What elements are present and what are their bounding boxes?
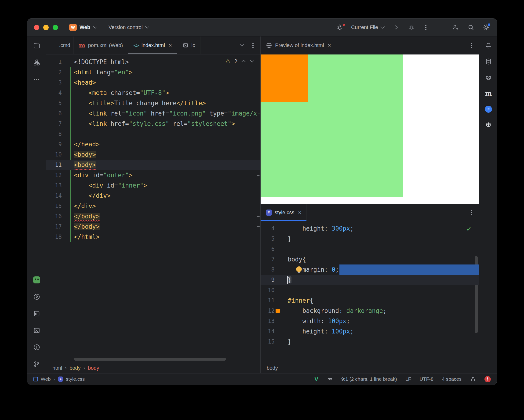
tab-cmd[interactable]: .cmd <box>46 36 74 54</box>
project-name[interactable]: Web <box>79 24 90 30</box>
status-project[interactable]: Web <box>41 376 51 382</box>
close-tab-icon[interactable]: × <box>328 42 331 49</box>
line-separator[interactable]: LF <box>405 376 411 382</box>
caret-position[interactable]: 9:1 (2 chars, 1 line break) <box>341 376 397 382</box>
code-line[interactable]: 7body{ <box>261 254 479 265</box>
zoom-window-button[interactable] <box>53 25 58 30</box>
line-number[interactable]: 4 <box>261 223 282 234</box>
code-line[interactable]: 10<body> <box>46 149 260 160</box>
line-number[interactable]: 9 <box>261 275 282 285</box>
vcs-widget[interactable]: Version control <box>109 24 149 30</box>
horizontal-scrollbar[interactable] <box>74 358 226 360</box>
add-user-icon[interactable] <box>452 23 459 31</box>
code-line[interactable]: 12<div id="outer"> <box>46 170 260 180</box>
color-swatch[interactable] <box>276 309 280 313</box>
code-line[interactable]: 8 <box>46 129 260 139</box>
code-line[interactable]: 11<body> <box>46 160 260 170</box>
line-number[interactable]: 6 <box>261 244 282 254</box>
line-number[interactable]: 14 <box>261 326 282 336</box>
breadcrumb-item[interactable]: html <box>52 365 62 371</box>
run-services-icon[interactable] <box>33 293 41 301</box>
code-line[interactable]: 9} <box>261 275 479 285</box>
line-number[interactable]: 14 <box>46 191 70 201</box>
code-line[interactable]: 4 height: 300px; <box>261 223 479 234</box>
close-window-button[interactable] <box>34 25 39 30</box>
prev-problem-icon[interactable] <box>242 60 246 64</box>
html-code-editor[interactable]: ⚠ 2 1<!DOCTYPE html>2<html lang="en">3<h… <box>46 54 260 363</box>
tab-image[interactable]: ic <box>177 36 201 54</box>
more-icon[interactable] <box>469 41 474 49</box>
code-line[interactable]: 12 background: darkorange; <box>261 306 479 316</box>
run-configuration-selector[interactable]: Current File <box>351 24 384 30</box>
maven-m-icon[interactable]: m <box>484 89 492 97</box>
breadcrumb-item[interactable]: body <box>88 365 99 371</box>
more-icon[interactable] <box>423 23 428 31</box>
line-number[interactable]: 8 <box>46 129 70 139</box>
code-line[interactable]: 17</body> <box>46 222 260 232</box>
code-line[interactable]: 18</html> <box>46 232 260 242</box>
line-number[interactable]: 11 <box>46 160 70 170</box>
debug-icon[interactable] <box>408 23 415 31</box>
line-number[interactable]: 15 <box>46 201 70 211</box>
line-number[interactable]: 15 <box>261 336 282 347</box>
more-icon[interactable]: ⋯ <box>33 75 41 83</box>
line-number[interactable]: 12 <box>46 170 70 180</box>
code-line[interactable]: 15</div> <box>46 201 260 211</box>
code-line[interactable]: 14 height: 100px; <box>261 326 479 336</box>
code-line[interactable]: 3<head> <box>46 77 260 88</box>
assistant-mascot-icon[interactable] <box>33 276 41 284</box>
tab-pom-xml[interactable]: m pom.xml (Web) <box>74 36 128 54</box>
line-number[interactable]: 8 <box>261 265 282 275</box>
code-line[interactable]: 7 <link href="style.css" rel="stylesheet… <box>46 119 260 129</box>
more-icon[interactable] <box>250 41 256 49</box>
error-notification-icon[interactable]: ! <box>484 376 491 382</box>
code-line[interactable]: 16</body> <box>46 211 260 222</box>
line-number[interactable]: 5 <box>261 234 282 244</box>
copilot-status-icon[interactable] <box>327 376 333 382</box>
settings-gear-icon[interactable] <box>482 23 490 31</box>
problems-icon[interactable] <box>33 343 41 351</box>
code-line[interactable]: 11#inner{ <box>261 295 479 306</box>
code-line[interactable]: 9</head> <box>46 139 260 149</box>
line-number[interactable]: 5 <box>46 98 70 108</box>
code-line[interactable]: 13 width: 100px; <box>261 316 479 326</box>
tab-preview[interactable]: Preview of index.html × <box>261 36 336 54</box>
line-number[interactable]: 10 <box>261 285 282 295</box>
line-number[interactable]: 1 <box>46 57 70 67</box>
code-line[interactable]: 5 <title>Title change here</title> <box>46 98 260 108</box>
code-line[interactable]: 8 margin: 0; <box>261 265 479 275</box>
structure-icon[interactable] <box>33 59 41 66</box>
git-branch-icon[interactable] <box>33 360 41 368</box>
code-line[interactable]: 13 <div id="inner"> <box>46 180 260 191</box>
v-logo-icon[interactable]: V <box>314 376 318 383</box>
code-line[interactable]: 4 <meta charset="UTF-8"> <box>46 88 260 98</box>
chat-icon[interactable] <box>484 105 492 113</box>
notifications-bell-icon[interactable] <box>484 42 492 50</box>
inspections-widget[interactable]: ⚠ 2 <box>225 58 254 65</box>
tab-style-css[interactable]: # style.css × <box>261 204 307 221</box>
line-number[interactable]: 9 <box>46 139 70 149</box>
breadcrumb-item[interactable]: body <box>70 365 81 371</box>
intention-bulb-icon[interactable] <box>296 266 302 272</box>
play-icon[interactable] <box>392 23 400 31</box>
line-number[interactable]: 13 <box>261 316 282 326</box>
database-icon[interactable] <box>484 58 492 66</box>
folder-icon[interactable] <box>33 42 41 50</box>
frame-icon[interactable] <box>33 310 41 317</box>
code-line[interactable]: 10 <box>261 285 479 295</box>
code-line[interactable]: 6 <box>261 244 479 254</box>
code-line[interactable]: 14 </div> <box>46 191 260 201</box>
code-line[interactable]: 2<html lang="en"> <box>46 67 260 77</box>
line-number[interactable]: 11 <box>261 295 282 306</box>
line-number[interactable]: 13 <box>46 180 70 191</box>
status-file[interactable]: style.css <box>66 376 85 382</box>
indent-setting[interactable]: 4 spaces <box>442 376 462 382</box>
close-tab-icon[interactable]: × <box>169 42 172 49</box>
line-number[interactable]: 17 <box>46 222 70 232</box>
copilot-icon[interactable] <box>484 73 492 81</box>
search-icon[interactable] <box>467 23 475 31</box>
line-number[interactable]: 10 <box>46 149 70 160</box>
close-tab-icon[interactable]: × <box>298 209 301 216</box>
line-number[interactable]: 3 <box>46 77 70 88</box>
line-number[interactable]: 16 <box>46 211 70 222</box>
